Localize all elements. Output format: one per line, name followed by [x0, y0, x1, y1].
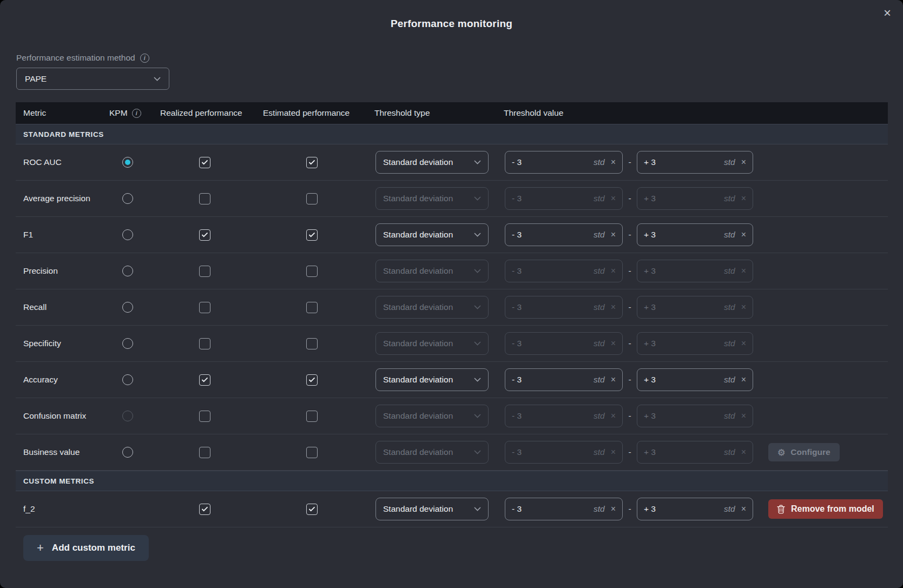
- threshold-type-select[interactable]: Standard deviation: [375, 441, 489, 464]
- lower-threshold-input[interactable]: - 3std×: [505, 498, 623, 520]
- clear-icon[interactable]: ×: [611, 157, 616, 167]
- realized-checkbox[interactable]: [199, 193, 210, 204]
- estimated-checkbox[interactable]: [306, 447, 318, 458]
- estimated-checkbox[interactable]: [306, 302, 318, 313]
- table-row-accuracy: Accuracy Standard deviation - 3std× - + …: [16, 362, 888, 398]
- kpm-radio[interactable]: [122, 447, 133, 458]
- clear-icon[interactable]: ×: [741, 230, 746, 240]
- header-realized: Realized performance: [160, 108, 263, 118]
- lower-threshold-input[interactable]: - 3std×: [505, 151, 623, 174]
- threshold-type-select[interactable]: Standard deviation: [375, 151, 489, 174]
- lower-threshold-input[interactable]: - 3std×: [505, 223, 623, 246]
- plus-icon: +: [37, 541, 44, 555]
- estimated-checkbox[interactable]: [306, 193, 318, 204]
- clear-icon[interactable]: ×: [611, 411, 616, 421]
- estimated-checkbox[interactable]: [306, 411, 318, 422]
- threshold-type-select[interactable]: Standard deviation: [375, 405, 489, 427]
- estimated-checkbox[interactable]: [306, 266, 318, 277]
- clear-icon[interactable]: ×: [611, 447, 616, 457]
- realized-checkbox[interactable]: [199, 504, 210, 515]
- lower-threshold-value: - 3: [512, 302, 594, 312]
- estimated-checkbox[interactable]: [306, 374, 318, 386]
- clear-icon[interactable]: ×: [741, 375, 746, 385]
- clear-icon[interactable]: ×: [611, 504, 616, 514]
- kpm-radio[interactable]: [122, 302, 133, 313]
- clear-icon[interactable]: ×: [611, 266, 616, 276]
- clear-icon[interactable]: ×: [741, 447, 746, 457]
- threshold-type-select[interactable]: Standard deviation: [375, 332, 489, 355]
- realized-checkbox[interactable]: [199, 447, 210, 458]
- unit-label: std: [594, 194, 605, 203]
- threshold-type-select[interactable]: Standard deviation: [375, 498, 489, 520]
- add-custom-metric-button[interactable]: + Add custom metric: [23, 535, 149, 561]
- clear-icon[interactable]: ×: [741, 194, 746, 203]
- lower-threshold-input[interactable]: - 3std×: [505, 332, 623, 355]
- upper-threshold-input[interactable]: + 3std×: [637, 498, 753, 520]
- realized-checkbox[interactable]: [199, 374, 210, 386]
- lower-threshold-input[interactable]: - 3std×: [505, 368, 623, 391]
- lower-threshold-input[interactable]: - 3std×: [505, 405, 623, 427]
- threshold-type-select[interactable]: Standard deviation: [375, 296, 489, 319]
- kpm-radio[interactable]: [122, 193, 133, 204]
- lower-threshold-input[interactable]: - 3std×: [505, 187, 623, 210]
- kpm-radio[interactable]: [122, 229, 133, 240]
- close-icon[interactable]: ×: [884, 6, 891, 19]
- estimated-checkbox[interactable]: [306, 157, 318, 168]
- clear-icon[interactable]: ×: [741, 504, 746, 514]
- realized-checkbox[interactable]: [199, 411, 210, 422]
- upper-threshold-input[interactable]: + 3std×: [637, 187, 753, 210]
- lower-threshold-input[interactable]: - 3std×: [505, 441, 623, 464]
- threshold-type-select[interactable]: Standard deviation: [375, 368, 489, 391]
- clear-icon[interactable]: ×: [741, 266, 746, 276]
- estimated-checkbox[interactable]: [306, 338, 318, 349]
- estimated-checkbox[interactable]: [306, 229, 318, 241]
- realized-checkbox[interactable]: [199, 302, 210, 313]
- kpm-radio[interactable]: [122, 266, 133, 276]
- lower-threshold-input[interactable]: - 3std×: [505, 260, 623, 282]
- upper-threshold-input[interactable]: + 3std×: [637, 441, 753, 464]
- threshold-type-select[interactable]: Standard deviation: [375, 260, 489, 282]
- clear-icon[interactable]: ×: [741, 339, 746, 348]
- clear-icon[interactable]: ×: [741, 411, 746, 421]
- upper-threshold-value: + 3: [644, 411, 724, 421]
- clear-icon[interactable]: ×: [611, 375, 616, 385]
- threshold-type-value: Standard deviation: [383, 194, 453, 203]
- clear-icon[interactable]: ×: [611, 194, 616, 203]
- kpm-radio[interactable]: [122, 374, 133, 385]
- upper-threshold-input[interactable]: + 3std×: [637, 332, 753, 355]
- configure-button[interactable]: ⚙ Configure: [768, 443, 840, 461]
- upper-threshold-value: + 3: [644, 230, 724, 240]
- realized-checkbox[interactable]: [199, 266, 210, 277]
- clear-icon[interactable]: ×: [741, 157, 746, 167]
- clear-icon[interactable]: ×: [741, 302, 746, 312]
- unit-label: std: [594, 230, 605, 240]
- upper-threshold-input[interactable]: + 3std×: [637, 151, 753, 174]
- realized-checkbox[interactable]: [199, 157, 210, 168]
- estimation-method-select[interactable]: PAPE: [16, 68, 169, 90]
- clear-icon[interactable]: ×: [611, 339, 616, 348]
- threshold-type-select[interactable]: Standard deviation: [375, 187, 489, 210]
- info-icon[interactable]: i: [140, 54, 149, 63]
- configure-button-label: Configure: [790, 447, 830, 457]
- threshold-type-select[interactable]: Standard deviation: [375, 223, 489, 246]
- table-row-roc-auc: ROC AUC Standard deviation - 3std× - + 3…: [16, 144, 888, 181]
- upper-threshold-input[interactable]: + 3std×: [637, 296, 753, 319]
- upper-threshold-input[interactable]: + 3std×: [637, 223, 753, 246]
- upper-threshold-input[interactable]: + 3std×: [637, 260, 753, 282]
- kpm-radio[interactable]: [122, 157, 133, 168]
- range-separator: -: [623, 447, 637, 457]
- realized-checkbox[interactable]: [199, 338, 210, 349]
- clear-icon[interactable]: ×: [611, 230, 616, 240]
- upper-threshold-input[interactable]: + 3std×: [637, 368, 753, 391]
- estimated-checkbox[interactable]: [306, 504, 318, 515]
- lower-threshold-value: - 3: [512, 447, 594, 457]
- lower-threshold-input[interactable]: - 3std×: [505, 296, 623, 319]
- clear-icon[interactable]: ×: [611, 302, 616, 312]
- unit-label: std: [724, 375, 735, 385]
- remove-from-model-button[interactable]: Remove from model: [768, 499, 883, 519]
- upper-threshold-input[interactable]: + 3std×: [637, 405, 753, 427]
- remove-button-label: Remove from model: [791, 504, 874, 514]
- kpm-info-icon[interactable]: i: [132, 109, 141, 118]
- kpm-radio[interactable]: [122, 338, 133, 349]
- realized-checkbox[interactable]: [199, 229, 210, 241]
